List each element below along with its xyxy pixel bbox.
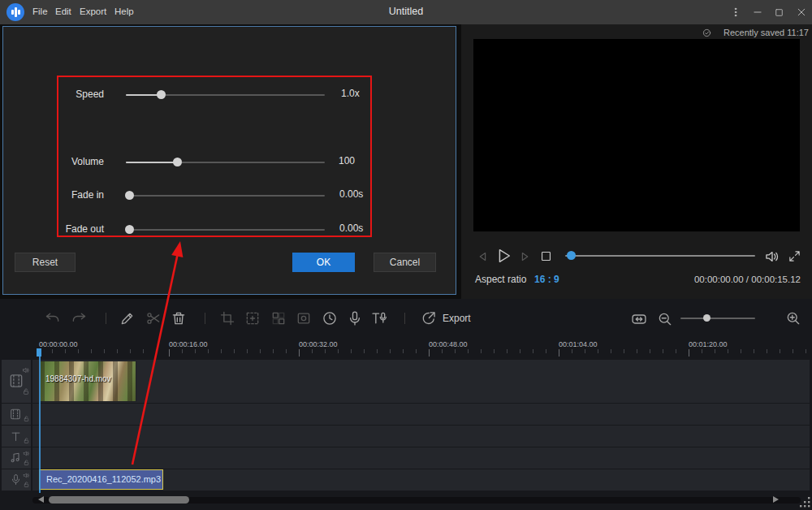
fade-out-slider-thumb[interactable]: [125, 225, 134, 234]
speed-slider-thumb[interactable]: [157, 90, 166, 99]
music-track-lane[interactable]: [32, 447, 810, 469]
speed-label: Speed: [29, 89, 104, 100]
seek-slider[interactable]: [565, 251, 755, 261]
fade-in-slider[interactable]: [126, 190, 325, 201]
toolbar-divider: [205, 313, 205, 324]
video-track-icon: [8, 373, 24, 389]
crop-icon[interactable]: [219, 310, 235, 326]
track-header-music: [2, 447, 31, 469]
preview-volume-icon[interactable]: [764, 249, 780, 265]
video-preview: [473, 39, 800, 231]
speed-slider[interactable]: [126, 89, 325, 101]
save-status: Recently saved 11:17: [461, 28, 809, 37]
aspect-ratio-value[interactable]: 16 : 9: [534, 274, 559, 285]
export-button[interactable]: Export: [421, 310, 471, 326]
mosaic-icon[interactable]: [270, 310, 287, 326]
timeline-zoom-slider[interactable]: [680, 313, 755, 323]
maximize-button[interactable]: [771, 5, 786, 19]
track-lock-icon[interactable]: [23, 481, 30, 488]
volume-value: 100: [339, 155, 355, 166]
duration-icon[interactable]: [322, 310, 338, 326]
fit-timeline-icon[interactable]: [631, 311, 647, 327]
toolbar-divider: [106, 313, 106, 324]
next-frame-icon[interactable]: [517, 249, 532, 264]
volume-slider-thumb[interactable]: [173, 158, 182, 166]
redo-icon[interactable]: [71, 310, 87, 326]
ruler-ticks: [39, 349, 810, 357]
track-mute-icon[interactable]: [23, 450, 30, 457]
video-clip-name: 19884307-hd.mov: [45, 374, 111, 383]
track-mute-icon[interactable]: [23, 472, 30, 479]
scroll-right-icon[interactable]: [773, 496, 779, 503]
close-button[interactable]: [794, 5, 809, 19]
ruler-label: 00:00:16.00: [169, 340, 208, 348]
zoom-in-icon[interactable]: [785, 310, 801, 326]
zoom-select-icon[interactable]: [244, 310, 261, 326]
more-options-icon[interactable]: [728, 5, 743, 19]
ok-button[interactable]: OK: [292, 253, 355, 272]
export-button-label: Export: [443, 313, 471, 324]
fade-in-label: Fade in: [29, 189, 104, 201]
toolbar-divider: [404, 313, 405, 324]
fade-in-slider-thumb[interactable]: [125, 191, 134, 200]
track-header-pip: [2, 404, 31, 425]
check-circle-icon: [702, 28, 711, 37]
music-track-icon: [9, 452, 22, 465]
playback-timecode: 00:00:00.00 / 00:00:15.12: [565, 274, 801, 284]
resize-grip-icon[interactable]: [800, 497, 810, 508]
edit-clip-icon[interactable]: [119, 310, 136, 326]
freeze-frame-icon[interactable]: [296, 310, 312, 326]
playhead-line[interactable]: [39, 348, 41, 493]
text-to-speech-icon[interactable]: [371, 310, 387, 326]
track-lock-icon[interactable]: [23, 415, 30, 422]
timeline-zoom-thumb[interactable]: [703, 314, 710, 322]
text-track-lane[interactable]: [32, 426, 810, 447]
track-header-video: [2, 360, 31, 403]
track-lock-icon[interactable]: [23, 437, 30, 444]
audio-clip-selected[interactable]: Rec_20200416_112052.mp3: [39, 469, 163, 490]
volume-label: Volume: [29, 156, 104, 167]
scrollbar-thumb[interactable]: [49, 496, 189, 504]
pip-track-icon: [9, 408, 22, 421]
fade-out-slider[interactable]: [126, 224, 325, 236]
record-voiceover-icon[interactable]: [347, 310, 363, 326]
video-clip[interactable]: 19884307-hd.mov: [39, 361, 136, 402]
split-icon[interactable]: [145, 310, 162, 326]
ruler-label: 00:00:32.00: [299, 340, 338, 348]
track-header-text: [2, 426, 31, 447]
export-icon: [421, 310, 437, 326]
fade-out-label: Fade out: [29, 223, 104, 235]
track-lock-icon[interactable]: [23, 459, 30, 466]
window-title: Untitled: [0, 6, 812, 17]
previous-frame-icon[interactable]: [476, 249, 490, 264]
video-track-lane[interactable]: [32, 360, 810, 403]
seek-slider-thumb[interactable]: [567, 251, 576, 260]
ruler-label: 00:00:48.00: [429, 340, 468, 348]
track-header-voiceover: [2, 469, 31, 491]
stop-icon[interactable]: [539, 249, 553, 263]
delete-icon[interactable]: [171, 310, 187, 326]
undo-icon[interactable]: [45, 310, 61, 326]
fade-in-value: 0.00s: [339, 188, 363, 200]
play-icon[interactable]: [495, 247, 512, 265]
aspect-ratio-label: Aspect ratio: [475, 274, 526, 285]
ruler-label: 00:00:00.00: [39, 340, 78, 348]
speed-value: 1.0x: [341, 88, 360, 99]
pip-track-lane[interactable]: [32, 404, 810, 425]
video-editor-window: File Edit Export Help Untitled Speed 1.0…: [0, 0, 812, 510]
text-track-icon: [10, 430, 22, 443]
ruler-label: 00:01:20.00: [689, 340, 728, 348]
zoom-out-icon[interactable]: [657, 311, 673, 327]
voiceover-track-icon: [10, 473, 22, 486]
title-bar: File Edit Export Help Untitled: [0, 0, 812, 24]
volume-slider[interactable]: [126, 157, 325, 168]
track-mute-icon[interactable]: [22, 366, 30, 374]
reset-button[interactable]: Reset: [15, 253, 76, 272]
scroll-left-icon[interactable]: [38, 496, 44, 503]
cancel-button[interactable]: Cancel: [374, 253, 436, 272]
fade-out-value: 0.00s: [339, 223, 363, 234]
fullscreen-icon[interactable]: [788, 249, 801, 263]
ruler-label: 00:01:04.00: [559, 340, 598, 348]
track-lock-icon[interactable]: [22, 387, 30, 395]
minimize-button[interactable]: [750, 5, 765, 19]
